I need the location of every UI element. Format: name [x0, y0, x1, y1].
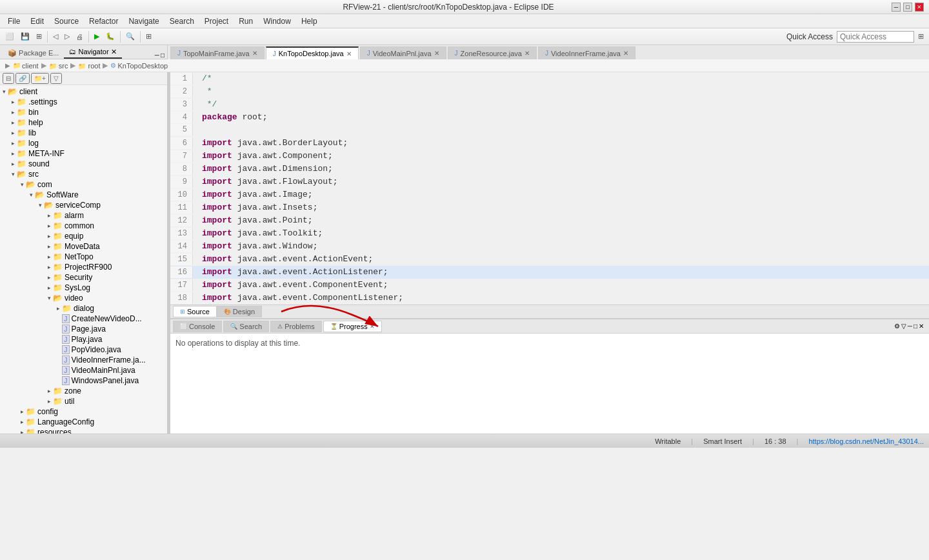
editor-tab-videomain[interactable]: J VideoMainPnl.java ✕ — [360, 46, 446, 59]
line-content[interactable]: import java.awt.Point; — [197, 214, 313, 227]
editor-tab-topomain[interactable]: J TopoMainFrame.java ✕ — [170, 46, 265, 59]
tree-item[interactable]: JPopVideo.java — [0, 345, 167, 355]
bottom-pulldown-button[interactable]: ▽ — [901, 323, 906, 330]
line-content[interactable]: import java.awt.Dimension; — [197, 163, 333, 175]
editor-tab-kntopo[interactable]: J KnTopoDesktop.java ✕ — [266, 46, 359, 59]
forward-button[interactable]: ▷ — [62, 31, 72, 42]
tree-item[interactable]: ▸📁SysLog — [0, 283, 167, 293]
line-content[interactable]: * — [197, 85, 212, 98]
close-tab-2[interactable]: ✕ — [346, 50, 352, 57]
line-content[interactable]: import java.awt.Component; — [197, 150, 333, 163]
side-tab-navigator[interactable]: 🗂 Navigator ✕ — [64, 46, 121, 59]
editor-tab-zone[interactable]: J ZoneResource.java ✕ — [448, 46, 537, 59]
tree-item[interactable]: ▾📂serviceComp — [0, 200, 167, 210]
tree-item[interactable]: JCreateNewVideoD... — [0, 314, 167, 324]
tree-item[interactable]: ▸📁Security — [0, 272, 167, 283]
line-content[interactable]: import java.awt.FlowLayout; — [197, 175, 338, 188]
menu-search[interactable]: Search — [165, 15, 199, 27]
close-tab-1[interactable]: ✕ — [252, 50, 257, 57]
search-tab[interactable]: 🔍 Search — [223, 321, 269, 332]
breadcrumb-src[interactable]: 📁 src — [49, 62, 68, 70]
tree-item[interactable]: ▸📁lib — [0, 128, 167, 138]
collapse-all-button[interactable]: ⊟ — [3, 73, 14, 84]
tree-item[interactable]: ▸📁common — [0, 221, 167, 231]
menu-project[interactable]: Project — [199, 15, 234, 27]
print-button[interactable]: 🖨 — [74, 32, 86, 42]
line-content[interactable]: import java.awt.Image; — [197, 188, 313, 201]
tree-item[interactable]: ▸📁equip — [0, 231, 167, 241]
tree-item[interactable]: ▾📂video — [0, 293, 167, 303]
line-content[interactable]: import java.awt.Insets; — [197, 201, 317, 214]
tree-item[interactable]: ▸📁resources — [0, 427, 167, 434]
line-content[interactable]: import java.awt.Toolkit; — [197, 227, 323, 240]
line-content[interactable]: import java.awt.event.ActionEvent; — [197, 253, 373, 266]
menu-window[interactable]: Window — [258, 15, 296, 27]
tree-item[interactable]: JVideoMainPnl.java — [0, 365, 167, 375]
side-filter-button[interactable]: ▽ — [50, 73, 62, 84]
tree-item[interactable]: ▸📁META-INF — [0, 148, 167, 159]
tree-item[interactable]: ▸📁zone — [0, 386, 167, 396]
menu-run[interactable]: Run — [234, 15, 258, 27]
menu-file[interactable]: File — [3, 15, 25, 27]
search-toolbar-button[interactable]: 🔍 — [123, 31, 137, 42]
tree-item[interactable]: ▸📁util — [0, 396, 167, 406]
tree-item[interactable]: ▸📁ProjectRF900 — [0, 262, 167, 272]
new-folder-button[interactable]: 📁+ — [31, 73, 49, 84]
close-tab-5[interactable]: ✕ — [623, 50, 628, 57]
side-maximize-button[interactable]: □ — [161, 52, 165, 59]
tree-item[interactable]: ▾📂client — [0, 86, 167, 97]
menu-help[interactable]: Help — [296, 15, 323, 27]
tree-item[interactable]: ▸📁MoveData — [0, 241, 167, 252]
code-editor[interactable]: 1/*2 *3 */4package root;56import java.aw… — [170, 72, 929, 305]
perspective-button[interactable]: ⊞ — [143, 31, 154, 42]
side-tab-package[interactable]: 📦 Package E... — [3, 48, 64, 59]
breadcrumb-kntopo[interactable]: ⚙ KnTopoDesktop — [110, 62, 168, 70]
source-tab[interactable]: ⊞ Source — [173, 306, 217, 317]
design-tab[interactable]: 🎨 Design — [217, 306, 262, 317]
menu-source[interactable]: Source — [49, 15, 84, 27]
line-content[interactable]: import java.awt.event.ComponentEvent; — [197, 279, 388, 292]
line-content[interactable]: */ — [197, 98, 217, 111]
close-button[interactable]: ✕ — [915, 3, 924, 12]
tree-item[interactable]: ▸📁alarm — [0, 210, 167, 221]
line-content[interactable]: import java.awt.Window; — [197, 240, 317, 253]
open-perspective-button[interactable]: ⊞ — [915, 31, 926, 42]
new-button[interactable]: ⬜ — [3, 31, 17, 42]
run-button[interactable]: ▶ — [92, 31, 102, 42]
bottom-close-button[interactable]: ✕ — [919, 323, 924, 330]
menu-refactor[interactable]: Refactor — [84, 15, 123, 27]
tree-item[interactable]: JPage.java — [0, 324, 167, 334]
bottom-maximize-button[interactable]: □ — [914, 323, 917, 330]
tree-item[interactable]: ▸📁sound — [0, 159, 167, 169]
tree-item[interactable]: ▾📂SoftWare — [0, 190, 167, 200]
tree-item[interactable]: ▸📁config — [0, 406, 167, 417]
tree-item[interactable]: JVideoInnerFrame.ja... — [0, 355, 167, 365]
line-content[interactable]: import java.awt.event.ActionListener; — [197, 266, 388, 279]
close-tab-3[interactable]: ✕ — [434, 50, 439, 57]
console-tab[interactable]: ⬜ Console — [173, 321, 222, 332]
save-all-button[interactable]: ⊞ — [34, 31, 45, 42]
quick-access-input[interactable] — [837, 31, 914, 43]
tree-item[interactable]: ▾📂src — [0, 169, 167, 179]
back-button[interactable]: ◁ — [50, 31, 61, 42]
tree-item[interactable]: JWindowsPanel.java — [0, 375, 167, 386]
editor-tab-videoinner[interactable]: J VideoInnerFrame.java ✕ — [538, 46, 635, 59]
tree-item[interactable]: ▸📁help — [0, 117, 167, 128]
maximize-button[interactable]: □ — [903, 3, 912, 12]
tree-item[interactable]: JPlay.java — [0, 334, 167, 345]
minimize-button[interactable]: ─ — [892, 3, 901, 12]
line-content[interactable]: /* — [197, 72, 212, 85]
tree-item[interactable]: ▾📂com — [0, 179, 167, 190]
line-content[interactable]: import java.awt.BorderLayout; — [197, 137, 348, 150]
bottom-settings-button[interactable]: ⚙ — [894, 323, 900, 330]
tree-item[interactable]: ▸📁.settings — [0, 97, 167, 107]
save-button[interactable]: 💾 — [18, 31, 32, 42]
tree-item[interactable]: ▸📁log — [0, 138, 167, 148]
tree-item[interactable]: ▸📁NetTopo — [0, 252, 167, 262]
line-content[interactable]: package root; — [197, 111, 267, 124]
bottom-minimize-button[interactable]: ─ — [908, 323, 912, 330]
debug-button[interactable]: 🐛 — [103, 31, 117, 42]
breadcrumb-client[interactable]: 📁 client — [13, 62, 39, 70]
tree-item[interactable]: ▸📁dialog — [0, 303, 167, 314]
tree-item[interactable]: ▸📁bin — [0, 107, 167, 117]
